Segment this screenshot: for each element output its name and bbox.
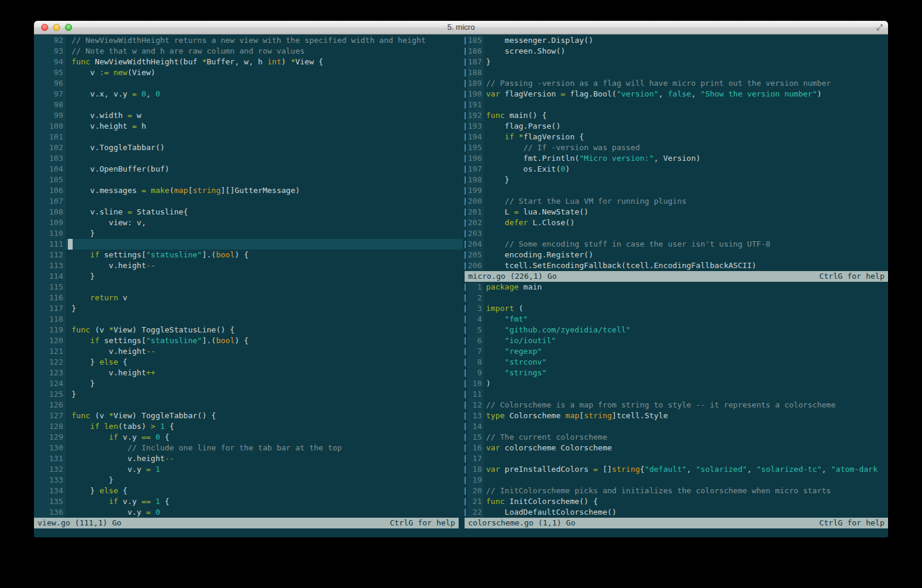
code-line[interactable]: 99 v.width = w	[34, 110, 463, 121]
code-line[interactable]: |16var colorscheme Colorscheme	[463, 443, 888, 453]
code-line[interactable]: |190var flagVersion = flag.Bool("version…	[463, 89, 888, 99]
code-line[interactable]: |6 "io/ioutil"	[463, 335, 888, 346]
code-line[interactable]: |187}	[463, 57, 888, 67]
code-line[interactable]: |205 encoding.Register()	[463, 250, 888, 260]
code-line[interactable]: 123 v.height++	[34, 368, 463, 378]
code-line[interactable]: 125}	[34, 389, 463, 400]
code-line[interactable]: |201 L = lua.NewState()	[463, 207, 888, 217]
code-line[interactable]: |194 if *flagVersion {	[463, 132, 888, 142]
resize-icon[interactable]: ⤢	[877, 21, 883, 34]
code-line[interactable]: |203	[463, 228, 888, 239]
code-line[interactable]: |8 "strconv"	[463, 357, 888, 368]
code-line[interactable]: 94func NewViewWidthHeight(buf *Buffer, w…	[34, 57, 463, 67]
code-line[interactable]: 115	[34, 282, 463, 293]
code-line[interactable]: |14	[463, 421, 888, 432]
code-line[interactable]: 128 if len(tabs) > 1 {	[34, 421, 463, 432]
code-line[interactable]: |189// Passing -version as a flag will h…	[463, 78, 888, 89]
code-line[interactable]: 118	[34, 314, 463, 325]
code-line[interactable]: |186 screen.Show()	[463, 46, 888, 57]
code-line[interactable]: 110 }	[34, 228, 463, 239]
code-line[interactable]: |198 }	[463, 175, 888, 185]
code-line[interactable]: 122 } else {	[34, 357, 463, 368]
code-line[interactable]: |206 tcell.SetEncodingFallback(tcell.Enc…	[463, 260, 888, 271]
code-line[interactable]: 106 v.messages = make(map[string][]Gutte…	[34, 185, 463, 196]
code-line[interactable]: |202 defer L.Close()	[463, 217, 888, 228]
code-line[interactable]: 133 }	[34, 475, 463, 486]
code-line[interactable]: 129 if v.y == 0 {	[34, 432, 463, 443]
zoom-button[interactable]	[65, 24, 72, 31]
code-line[interactable]: |12// Colorscheme is a map from string t…	[463, 400, 888, 410]
code-line[interactable]: |2	[463, 293, 888, 303]
code-line[interactable]: |9 "strings"	[463, 368, 888, 378]
code-line[interactable]: 102 v.ToggleTabbar()	[34, 142, 463, 153]
code-line[interactable]: 134 } else {	[34, 486, 463, 496]
code-line[interactable]: |5 "github.com/zyedidia/tcell"	[463, 325, 888, 335]
code-line[interactable]: 105	[34, 175, 463, 185]
code-line[interactable]: |20// InitColorscheme picks and initiali…	[463, 486, 888, 496]
code-line[interactable]: 107	[34, 196, 463, 207]
code-line[interactable]: |17	[463, 453, 888, 464]
window-titlebar[interactable]: 5. micro ⤢	[34, 21, 888, 35]
code-line[interactable]: |188	[463, 67, 888, 78]
code-line[interactable]: 98	[34, 99, 463, 110]
code-line[interactable]: |196 fmt.Println("Micro version:", Versi…	[463, 153, 888, 164]
code-line[interactable]: 100 v.height = h	[34, 121, 463, 132]
code-line[interactable]: |18var preInstalledColors = []string{"de…	[463, 464, 888, 475]
line-number: 118	[34, 314, 66, 325]
code-line[interactable]: 97 v.x, v.y = 0, 0	[34, 89, 463, 99]
code-line[interactable]: 111	[34, 239, 463, 250]
editor-pane-view-go[interactable]: 92// NewViewWidthHeight returns a new vi…	[34, 35, 463, 518]
code-line[interactable]: 131 v.height--	[34, 453, 463, 464]
minimize-button[interactable]	[53, 24, 60, 31]
code-line[interactable]: |197 os.Exit(0)	[463, 164, 888, 175]
code-line[interactable]: |191	[463, 99, 888, 110]
code-line[interactable]: |19	[463, 475, 888, 486]
close-button[interactable]	[41, 24, 48, 31]
editor-pane-micro-go[interactable]: |185 messenger.Display()|186 screen.Show…	[463, 35, 888, 271]
code-line[interactable]: 126	[34, 400, 463, 410]
code-line[interactable]: 119func (v *View) ToggleStatusLine() {	[34, 325, 463, 335]
code-line[interactable]: 124 }	[34, 378, 463, 389]
code-line[interactable]: 136 v.y = 0	[34, 507, 463, 518]
code-line[interactable]: 93// Note that w and h are raw column an…	[34, 46, 463, 57]
code-line[interactable]: 114 }	[34, 271, 463, 282]
code-line[interactable]: 121 v.height--	[34, 346, 463, 357]
code-line[interactable]: 92// NewViewWidthHeight returns a new vi…	[34, 35, 463, 46]
code-line[interactable]: 96	[34, 78, 463, 89]
code-line[interactable]: 109 view: v,	[34, 217, 463, 228]
code-line[interactable]: 120 if settings["statusline"].(bool) {	[34, 335, 463, 346]
code-line[interactable]: |21func InitColorscheme() {	[463, 496, 888, 507]
code-token: if	[90, 250, 99, 259]
code-line[interactable]: |199	[463, 185, 888, 196]
code-line[interactable]: |11	[463, 389, 888, 400]
code-line[interactable]: |15// The current colorscheme	[463, 432, 888, 443]
code-line[interactable]: |13type Colorscheme map[string]tcell.Sty…	[463, 410, 888, 421]
code-line[interactable]: 103	[34, 153, 463, 164]
code-line[interactable]: |10)	[463, 378, 888, 389]
code-line[interactable]: |3import (	[463, 303, 888, 314]
code-line[interactable]: 127func (v *View) ToggleTabbar() {	[34, 410, 463, 421]
code-line[interactable]: 113 v.height--	[34, 260, 463, 271]
code-line[interactable]: |4 "fmt"	[463, 314, 888, 325]
code-line[interactable]: 95 v := new(View)	[34, 67, 463, 78]
code-line[interactable]: 130 // Include one line for the tab bar …	[34, 443, 463, 453]
editor-pane-colorscheme-go[interactable]: |1package main|2|3import (|4 "fmt"|5 "gi…	[463, 282, 888, 518]
code-line[interactable]: 132 v.y = 1	[34, 464, 463, 475]
code-line[interactable]: |185 messenger.Display()	[463, 35, 888, 46]
code-line[interactable]: 117}	[34, 303, 463, 314]
code-line[interactable]: |22 LoadDefaultColorscheme()	[463, 507, 888, 518]
code-line[interactable]: |193 flag.Parse()	[463, 121, 888, 132]
code-line[interactable]: 112 if settings["statusline"].(bool) {	[34, 250, 463, 260]
code-line[interactable]: |7 "regexp"	[463, 346, 888, 357]
code-line[interactable]: 101	[34, 132, 463, 142]
code-line[interactable]: 108 v.sline = Statusline{	[34, 207, 463, 217]
code-line[interactable]: |192func main() {	[463, 110, 888, 121]
code-line[interactable]: |200 // Start the Lua VM for running plu…	[463, 196, 888, 207]
code-line[interactable]: 116 return v	[34, 293, 463, 303]
code-line[interactable]: 104 v.OpenBuffer(buf)	[34, 164, 463, 175]
code-line[interactable]: |1package main	[463, 282, 888, 293]
code-token	[486, 325, 504, 334]
code-line[interactable]: 135 if v.y == 1 {	[34, 496, 463, 507]
code-line[interactable]: |195 // If -version was passed	[463, 142, 888, 153]
code-line[interactable]: |204 // Some encoding stuff in case the …	[463, 239, 888, 250]
